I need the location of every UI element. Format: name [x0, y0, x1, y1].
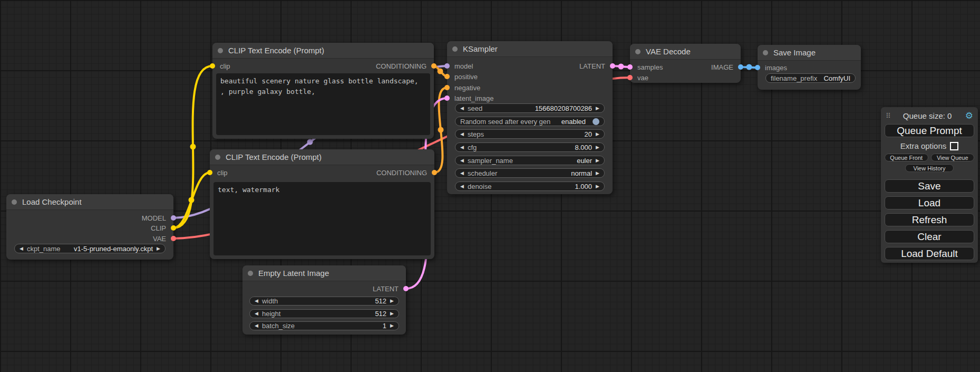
input-port-samples[interactable]: samples — [627, 63, 663, 71]
output-port-conditioning[interactable]: CONDITIONING — [376, 169, 437, 176]
input-port-vae[interactable]: vae — [627, 74, 648, 81]
port-dot[interactable] — [627, 64, 633, 70]
node-load-checkpoint[interactable]: Load Checkpoint MODEL CLIP VAE ◀ ckpt_na… — [6, 194, 173, 260]
node-clip-text-encode-negative[interactable]: CLIP Text Encode (Prompt) clip CONDITION… — [210, 149, 434, 259]
increment-arrow-icon[interactable]: ▶ — [390, 299, 394, 303]
input-port-images[interactable]: images — [755, 64, 787, 71]
clear-button[interactable]: Clear — [885, 230, 974, 243]
node-vae-decode[interactable]: VAE Decode samples vae IMAGE — [630, 44, 741, 83]
port-dot[interactable] — [444, 96, 450, 101]
load-button[interactable]: Load — [885, 196, 974, 209]
port-dot[interactable] — [431, 63, 436, 69]
node-title-bar[interactable]: CLIP Text Encode (Prompt) — [210, 149, 434, 165]
ckpt-name-widget[interactable]: ◀ ckpt_name v1-5-pruned-emaonly.ckpt ▶ — [14, 244, 166, 253]
port-dot[interactable] — [207, 170, 212, 175]
collapse-dot[interactable] — [635, 49, 641, 54]
decrement-arrow-icon[interactable]: ◀ — [460, 145, 464, 150]
height-widget[interactable]: ◀ height 512 ▶ — [249, 309, 399, 318]
node-empty-latent-image[interactable]: Empty Latent Image LATENT ◀ width 512 ▶ … — [242, 265, 406, 335]
collapse-dot[interactable] — [12, 199, 17, 205]
node-title-bar[interactable]: VAE Decode — [630, 44, 741, 60]
output-port-model[interactable]: MODEL — [142, 214, 176, 222]
port-dot[interactable] — [610, 63, 615, 69]
input-port-positive[interactable]: positive — [444, 73, 478, 80]
increment-arrow-icon[interactable]: ▶ — [390, 323, 394, 328]
denoise-widget[interactable]: ◀ denoise 1.000 ▶ — [455, 182, 605, 191]
port-dot[interactable] — [171, 215, 176, 221]
port-dot[interactable] — [432, 170, 437, 175]
port-dot[interactable] — [738, 64, 743, 70]
decrement-arrow-icon[interactable]: ◀ — [20, 246, 23, 251]
increment-arrow-icon[interactable]: ▶ — [596, 184, 599, 189]
node-title-bar[interactable]: KSampler — [447, 41, 613, 57]
view-history-button[interactable]: View History — [905, 164, 954, 172]
decrement-arrow-icon[interactable]: ◀ — [255, 323, 258, 328]
node-title-bar[interactable]: Load Checkpoint — [6, 194, 173, 210]
input-port-latent-image[interactable]: latent_image — [444, 94, 493, 102]
input-port-negative[interactable]: negative — [444, 84, 480, 91]
input-port-model[interactable]: model — [444, 62, 473, 70]
output-port-vae[interactable]: VAE — [153, 235, 176, 242]
node-title-bar[interactable]: Empty Latent Image — [242, 265, 406, 281]
seed-widget[interactable]: ◀ seed 156680208700286 ▶ — [455, 103, 605, 113]
save-button[interactable]: Save — [885, 179, 974, 193]
node-title-bar[interactable]: CLIP Text Encode (Prompt) — [212, 43, 434, 59]
refresh-button[interactable]: Refresh — [885, 213, 974, 226]
filename-prefix-widget[interactable]: filename_prefix ComfyUI — [765, 73, 856, 83]
output-port-latent[interactable]: LATENT — [579, 62, 615, 70]
queue-prompt-button[interactable]: Queue Prompt — [885, 124, 974, 137]
extra-options-checkbox[interactable] — [950, 142, 958, 150]
decrement-arrow-icon[interactable]: ◀ — [460, 184, 464, 189]
view-queue-button[interactable]: View Queue — [931, 154, 975, 161]
increment-arrow-icon[interactable]: ▶ — [157, 246, 160, 251]
collapse-dot[interactable] — [452, 46, 458, 52]
queue-front-button[interactable]: Queue Front — [885, 154, 928, 161]
node-title-bar[interactable]: Save Image — [758, 45, 861, 61]
width-widget[interactable]: ◀ width 512 ▶ — [249, 297, 399, 306]
batch-size-widget[interactable]: ◀ batch_size 1 ▶ — [249, 321, 399, 330]
gear-icon[interactable]: ⚙ — [965, 111, 973, 120]
toggle-indicator[interactable] — [593, 118, 599, 125]
sampler-name-widget[interactable]: ◀ sampler_name euler ▶ — [455, 156, 605, 165]
port-dot[interactable] — [627, 75, 633, 80]
node-clip-text-encode-positive[interactable]: CLIP Text Encode (Prompt) clip CONDITION… — [212, 43, 434, 139]
decrement-arrow-icon[interactable]: ◀ — [255, 311, 258, 316]
port-dot[interactable] — [403, 286, 409, 291]
input-port-clip[interactable]: clip — [207, 169, 228, 176]
decrement-arrow-icon[interactable]: ◀ — [460, 106, 464, 111]
increment-arrow-icon[interactable]: ▶ — [596, 158, 599, 163]
increment-arrow-icon[interactable]: ▶ — [596, 171, 599, 176]
scheduler-widget[interactable]: ◀ scheduler normal ▶ — [455, 168, 605, 178]
port-dot[interactable] — [210, 63, 215, 69]
drag-handle-icon[interactable]: ⠿ — [886, 112, 890, 120]
node-save-image[interactable]: Save Image images filename_prefix ComfyU… — [758, 45, 861, 90]
port-dot[interactable] — [171, 225, 176, 231]
prompt-textarea[interactable]: beautiful scenery nature glass bottle la… — [216, 73, 430, 135]
output-port-latent[interactable]: LATENT — [373, 285, 409, 292]
collapse-dot[interactable] — [215, 155, 220, 160]
random-seed-widget[interactable]: Random seed after every gen enabled — [455, 117, 605, 126]
increment-arrow-icon[interactable]: ▶ — [596, 106, 599, 111]
collapse-dot[interactable] — [763, 50, 768, 55]
comfyui-canvas[interactable]: { "colors":{ "model":"#B39DDB","clip":"#… — [0, 0, 980, 372]
port-dot[interactable] — [171, 236, 176, 241]
collapse-dot[interactable] — [248, 271, 253, 276]
increment-arrow-icon[interactable]: ▶ — [596, 132, 599, 137]
port-dot[interactable] — [444, 63, 450, 69]
port-dot[interactable] — [755, 65, 760, 70]
output-port-conditioning[interactable]: CONDITIONING — [376, 62, 436, 70]
output-port-image[interactable]: IMAGE — [711, 63, 743, 71]
prompt-textarea[interactable]: text, watermark — [214, 182, 431, 255]
load-default-button[interactable]: Load Default — [885, 247, 974, 260]
increment-arrow-icon[interactable]: ▶ — [390, 311, 394, 316]
decrement-arrow-icon[interactable]: ◀ — [460, 171, 464, 176]
output-port-clip[interactable]: CLIP — [151, 224, 176, 232]
decrement-arrow-icon[interactable]: ◀ — [460, 158, 464, 163]
cfg-widget[interactable]: ◀ cfg 8.000 ▶ — [455, 142, 605, 152]
node-ksampler[interactable]: KSampler model positive negative latent_… — [447, 41, 613, 194]
steps-widget[interactable]: ◀ steps 20 ▶ — [455, 129, 605, 139]
increment-arrow-icon[interactable]: ▶ — [596, 145, 599, 150]
decrement-arrow-icon[interactable]: ◀ — [460, 132, 464, 137]
collapse-dot[interactable] — [218, 48, 223, 53]
decrement-arrow-icon[interactable]: ◀ — [255, 299, 258, 303]
